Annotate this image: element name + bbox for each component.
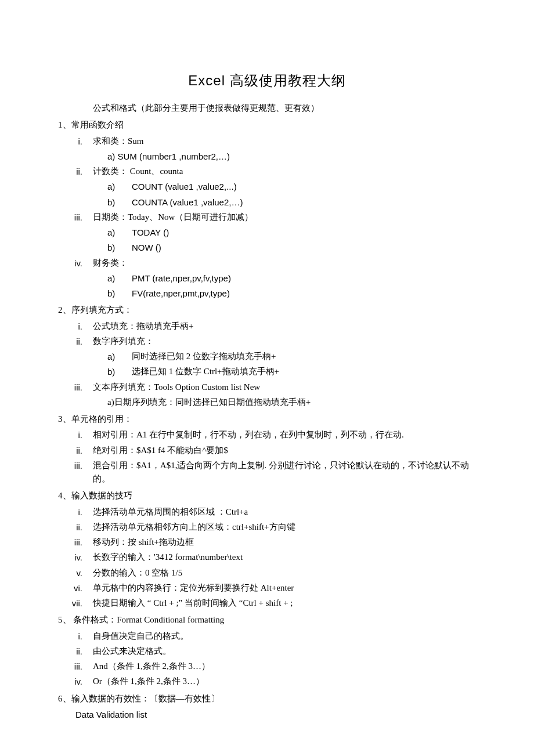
s2-ii-label: ii. [58, 335, 93, 348]
s1-i-text: 求和类：Sum [93, 135, 476, 148]
s1-iv-a-lbl: a) [107, 272, 132, 285]
document-subtitle: 公式和格式（此部分主要用于使报表做得更规范、更有效） [93, 102, 476, 115]
s4-ii-text: 选择活动单元格相邻方向上的区域：ctrl+shift+方向键 [93, 520, 476, 534]
s1-iv-label: iv. [58, 256, 93, 270]
s3-ii-label: ii. [58, 444, 93, 457]
s5-iii-text: And（条件 1,条件 2,条件 3…） [93, 660, 476, 673]
s5-i-label: i. [58, 630, 93, 643]
s1-i-label: i. [58, 135, 93, 148]
s1-iv-a: PMT (rate,nper,pv,fv,type) [132, 272, 476, 285]
s2-ii-text: 数字序列填充： [93, 335, 476, 348]
s4-iv-label: iv. [58, 551, 93, 564]
s2-ii-a-lbl: a) [107, 350, 132, 363]
s2-ii-b-lbl: b) [107, 365, 132, 378]
s2-iii-label: iii. [58, 381, 93, 394]
s4-ii-label: ii. [58, 520, 93, 534]
s4-i-label: i. [58, 505, 93, 519]
s2-ii-a: 同时选择已知 2 位数字拖动填充手柄+ [132, 350, 476, 363]
s5-iii-label: iii. [58, 660, 93, 673]
s5-iv-label: iv. [58, 675, 93, 688]
s1-iii-text: 日期类：Today、Now（日期可进行加减） [93, 211, 476, 224]
s4-v-label: v. [58, 566, 93, 580]
s6-line: Data Validation list [75, 708, 476, 721]
s1-iii-b: NOW () [132, 241, 476, 254]
section-6-head: 6、输入数据的有效性：〔数据—有效性〕 [58, 692, 476, 706]
s4-v-text: 分数的输入：0 空格 1/5 [93, 566, 476, 580]
s1-i-a: a) SUM (number1 ,number2,…) [107, 150, 476, 163]
s5-ii-text: 由公式来决定格式。 [93, 645, 476, 658]
section-5-head: 5、 条件格式：Format Conditional formatting [58, 613, 476, 627]
s1-iv-b-lbl: b) [107, 287, 132, 300]
s4-vii-label: vii. [58, 596, 93, 610]
s3-i-text: 相对引用：A1 在行中复制时，行不动，列在动，在列中复制时，列不动，行在动. [93, 428, 476, 442]
s1-iii-a-lbl: a) [107, 226, 132, 239]
s3-i-label: i. [58, 428, 93, 442]
s5-ii-label: ii. [58, 645, 93, 658]
s1-iv-b: FV(rate,nper,pmt,pv,type) [132, 287, 476, 300]
s1-ii-a: COUNT (value1 ,value2,...) [132, 180, 476, 193]
s1-ii-a-lbl: a) [107, 180, 132, 193]
section-4-head: 4、输入数据的技巧 [58, 489, 476, 502]
s5-i-text: 自身值决定自己的格式。 [93, 630, 476, 643]
s1-ii-text: 计数类： Count、counta [93, 165, 476, 178]
section-2-head: 2、序列填充方式： [58, 303, 476, 317]
s4-vi-label: vi. [58, 581, 93, 595]
s1-iii-label: iii. [58, 211, 93, 224]
section-1-head: 1、常用函数介绍 [58, 118, 476, 132]
s2-iii-text: 文本序列填充：Tools Option Custom list New [93, 381, 476, 394]
s1-ii-b: COUNTA (value1 ,value2,…) [132, 196, 476, 209]
s4-i-text: 选择活动单元格周围的相邻区域 ：Ctrl+a [93, 505, 476, 519]
s4-iv-text: 长数字的输入：'3412 format\number\text [93, 551, 476, 564]
s3-ii-text: 绝对引用：$A$1 f4 不能动白^要加$ [93, 444, 476, 457]
s1-iii-a: TODAY () [132, 226, 476, 239]
document-title: Excel 高级使用教程大纲 [58, 70, 476, 91]
s3-iii-text: 混合引用：$A1，A$1,适合向两个方向上复制. 分别进行讨论，只讨论默认在动的… [93, 459, 476, 486]
s2-i-text: 公式填充：拖动填充手柄+ [93, 320, 476, 333]
s1-iv-text: 财务类： [93, 256, 476, 270]
s4-iii-text: 移动列：按 shift+拖动边框 [93, 536, 476, 549]
s2-i-label: i. [58, 320, 93, 333]
s4-vi-text: 单元格中的内容换行：定位光标到要换行处 Alt+enter [93, 581, 476, 595]
s3-iii-label: iii. [58, 459, 93, 486]
s1-ii-label: ii. [58, 165, 93, 178]
s1-ii-b-lbl: b) [107, 196, 132, 209]
s1-iii-b-lbl: b) [107, 241, 132, 254]
s5-iv-text: Or（条件 1,条件 2,条件 3…） [93, 675, 476, 688]
s2-ii-b: 选择已知 1 位数字 Ctrl+拖动填充手柄+ [132, 365, 476, 378]
s4-iii-label: iii. [58, 536, 93, 549]
section-3-head: 3、单元格的引用： [58, 413, 476, 426]
s2-iii-a: a)日期序列填充：同时选择已知日期值拖动填充手柄+ [107, 396, 476, 409]
s4-vii-text: 快捷日期输入 “ Ctrl + ;” 当前时间输入 “Ctrl + shift … [93, 596, 476, 610]
